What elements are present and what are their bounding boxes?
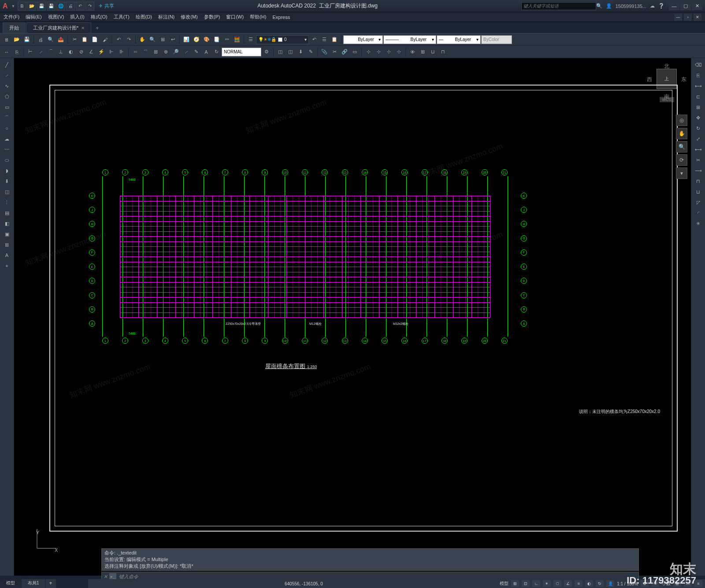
layer-selector[interactable]: 💡 ☀ ❄ 🔒 0 ▾ <box>256 35 309 44</box>
dim-ali-icon[interactable]: ⟋ <box>36 47 45 57</box>
fillet-icon[interactable]: ◜ <box>693 208 704 218</box>
ucs-o-icon[interactable]: ⊹ <box>394 47 404 57</box>
match-icon[interactable]: 🖌 <box>100 35 110 45</box>
tol-icon[interactable]: ⊞ <box>151 47 160 57</box>
props-icon[interactable]: 📊 <box>182 35 191 45</box>
a360-icon[interactable]: ☁ <box>650 3 655 9</box>
layer-iso-icon[interactable]: ☰ <box>319 35 329 45</box>
vports-icon[interactable]: ⊞ <box>418 47 427 57</box>
drawing-canvas[interactable]: 北 西 上 东 南 WCS 12345678910111213141516171… <box>14 58 691 576</box>
tab-close-icon[interactable]: ✕ <box>81 26 85 30</box>
rotate-icon[interactable]: ↻ <box>693 123 704 133</box>
minimize-button[interactable]: — <box>669 2 679 10</box>
array-icon[interactable]: ⊞ <box>693 102 704 112</box>
rect-icon[interactable]: ▭ <box>1 102 13 112</box>
chamfer-icon[interactable]: ◸ <box>693 197 704 207</box>
zoom-rt-icon[interactable]: 🔍 <box>148 35 157 45</box>
help-icon[interactable]: ❔ <box>658 3 664 9</box>
doc-restore-icon[interactable]: ▫ <box>684 14 692 21</box>
addsel-icon[interactable]: + <box>1 261 13 271</box>
dimstyle-selector[interactable] <box>222 48 261 56</box>
dim-cont-icon[interactable]: ⊪ <box>117 47 126 57</box>
zoom-prev-icon[interactable]: ↩ <box>168 35 178 45</box>
makeblock-icon[interactable]: ◫ <box>1 187 13 197</box>
trim-icon[interactable]: ✂ <box>693 155 704 165</box>
insert2-icon[interactable]: ⬇ <box>1 176 13 186</box>
redo2-icon[interactable]: ↷ <box>124 35 134 45</box>
app-menu-icon[interactable]: ▼ <box>11 4 15 8</box>
lweight-icon[interactable]: ≡ <box>575 580 583 587</box>
doc-close-icon[interactable]: ✕ <box>694 14 701 21</box>
account-label[interactable]: 1505999135... <box>616 4 646 9</box>
layer-prev-icon[interactable]: ↶ <box>309 35 319 45</box>
cut-icon[interactable]: ✂ <box>70 35 79 45</box>
join2-icon[interactable]: ⊔ <box>693 187 704 197</box>
ucs-f-icon[interactable]: ⊹ <box>384 47 393 57</box>
menu-format[interactable]: 格式(O) <box>91 14 108 20</box>
grid-icon[interactable]: ⊞ <box>511 580 519 587</box>
arc-icon[interactable]: ⌒ <box>1 113 13 123</box>
zoom-win-icon[interactable]: ⊞ <box>158 35 167 45</box>
line-icon[interactable]: ╱ <box>1 60 13 70</box>
named-v-icon[interactable]: 👁 <box>408 47 417 57</box>
zoom-ext-icon[interactable]: 🔍 <box>676 141 687 153</box>
move-icon[interactable]: ↔ <box>2 47 11 57</box>
transp-icon[interactable]: ◐ <box>585 580 593 587</box>
redo-icon[interactable]: ↷ <box>85 2 94 11</box>
mtext-icon[interactable]: A <box>1 250 13 260</box>
explode-icon[interactable]: ✳ <box>693 219 704 228</box>
region-icon[interactable]: ▣ <box>1 229 13 239</box>
tab-add-layout[interactable]: + <box>46 579 56 588</box>
new-file-icon[interactable]: 🗎 <box>2 35 11 45</box>
save-file-icon[interactable]: 💾 <box>22 35 32 45</box>
status-model[interactable]: 模型 <box>500 581 508 587</box>
search-icon[interactable]: 🔍 <box>596 3 602 9</box>
wblock-icon[interactable]: ◫ <box>286 47 295 57</box>
copy2-icon[interactable]: ⎘ <box>12 47 22 57</box>
spline-icon[interactable]: 〰 <box>1 145 13 154</box>
hatch-icon[interactable]: ▤ <box>1 208 13 218</box>
dim-update-icon[interactable]: ↻ <box>212 47 221 57</box>
doc-min-icon[interactable]: — <box>674 14 682 21</box>
inspect-icon[interactable]: 🔎 <box>171 47 181 57</box>
maximize-button[interactable]: ▢ <box>680 2 691 10</box>
move2-icon[interactable]: ✥ <box>693 113 704 123</box>
open-file-icon[interactable]: 📂 <box>12 35 22 45</box>
menu-param[interactable]: 参数(P) <box>204 14 220 20</box>
point-icon[interactable]: ⋮ <box>1 197 13 207</box>
mirror-icon[interactable]: ⟷ <box>693 81 704 91</box>
center-icon[interactable]: ⊕ <box>161 47 171 57</box>
join-icon[interactable]: ⊔ <box>428 47 438 57</box>
menu-modify[interactable]: 修改(M) <box>181 14 198 20</box>
dim-arc-icon[interactable]: ⌒ <box>46 47 56 57</box>
break-icon[interactable]: ⊓ <box>693 176 704 186</box>
dimstyle-mgr-icon[interactable]: ⚙ <box>262 47 271 57</box>
account-icon[interactable]: 👤 <box>606 3 612 9</box>
ucs-w-icon[interactable]: ⊹ <box>364 47 373 57</box>
dim-qck-icon[interactable]: ⚡ <box>96 47 106 57</box>
attach-icon[interactable]: 📎 <box>319 47 329 57</box>
ellipse-arc-icon[interactable]: ◗ <box>1 166 13 175</box>
menu-express[interactable]: Express <box>272 15 290 20</box>
anno-mon-icon[interactable]: 👤 <box>606 580 614 587</box>
clip-icon[interactable]: ✂ <box>330 47 339 57</box>
dim-edit-icon[interactable]: ✎ <box>191 47 201 57</box>
table-icon[interactable]: ⊞ <box>1 240 13 249</box>
tpalette-icon[interactable]: 🎨 <box>202 35 212 45</box>
undo-icon[interactable]: ↶ <box>76 2 85 11</box>
showmo-icon[interactable]: ▾ <box>676 167 687 179</box>
publish-icon[interactable]: 📤 <box>56 35 66 45</box>
dim-lin-icon[interactable]: ⊢ <box>26 47 35 57</box>
menu-view[interactable]: 视图(V) <box>48 14 64 20</box>
pan2-icon[interactable]: ✋ <box>676 128 687 139</box>
close-button[interactable]: ✕ <box>692 2 702 10</box>
restore-icon[interactable]: ⊓ <box>438 47 448 57</box>
scale-icon[interactable]: ⤢ <box>693 134 704 144</box>
dim-ang-icon[interactable]: ∠ <box>86 47 96 57</box>
menu-insert[interactable]: 插入(I) <box>70 14 84 20</box>
dim-dia-icon[interactable]: ⊘ <box>76 47 86 57</box>
tab-document[interactable]: 工业厂房建构设计图*✕ <box>26 22 91 33</box>
cycle-icon[interactable]: ↻ <box>596 580 604 587</box>
markup-icon[interactable]: ✏ <box>222 35 232 45</box>
share-button[interactable]: ✈ 共享 <box>99 3 114 9</box>
